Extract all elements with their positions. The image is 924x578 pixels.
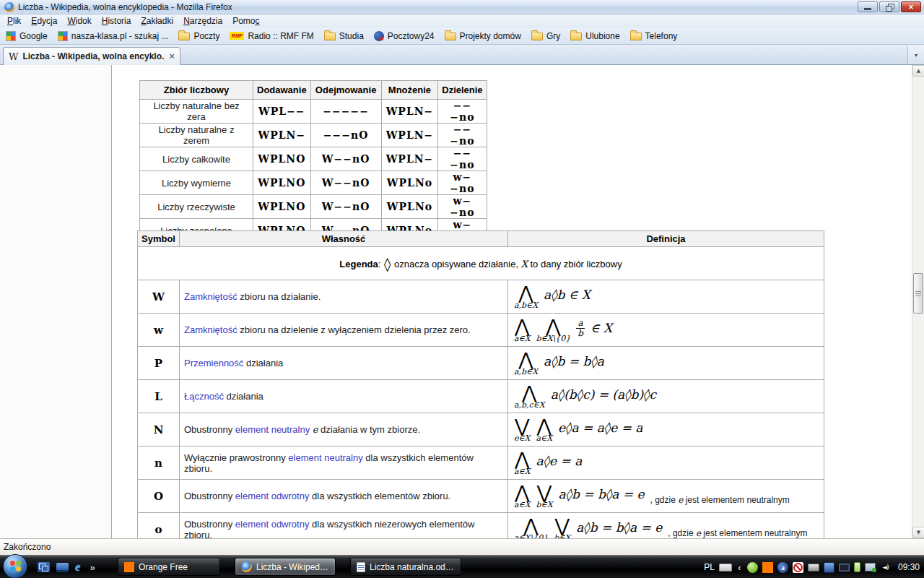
property-cell: Zamkniętość zbioru na dzielenie z wyłącz… <box>179 314 507 347</box>
row-label: Liczby naturalne z zerem <box>140 124 253 147</box>
overflow-chevron-icon[interactable]: » <box>90 562 95 573</box>
operator-subscript: a∈X <box>536 434 552 442</box>
vertical-scrollbar[interactable]: ▲ ▼ <box>912 65 924 538</box>
network-icon[interactable] <box>865 563 876 571</box>
taskbar-button-odt-liczba-naturalna[interactable]: Liczba naturalna.odt... <box>350 558 461 576</box>
status-bar: Zakończono <box>0 538 924 555</box>
restore-button[interactable] <box>879 1 899 12</box>
wiki-link[interactable]: element neutralny <box>235 424 310 435</box>
wiki-link[interactable]: Łączność <box>184 391 224 402</box>
symbol-cell: WPLNO <box>253 195 311 219</box>
bookmark-google[interactable]: Google <box>6 31 48 41</box>
scroll-up-button[interactable]: ▲ <box>912 65 924 77</box>
menu-item-widok[interactable]: Widok <box>62 15 96 27</box>
scrollbar-thumb[interactable] <box>913 273 923 314</box>
bookmark-pocztowy24[interactable]: Pocztowy24 <box>374 31 435 41</box>
bookmark-label: Projekty domów <box>460 31 521 41</box>
page-content: Zbiór liczbowyDodawanieOdejmowanieMnożen… <box>0 65 924 538</box>
taskbar-button-orange-free[interactable]: Orange Free <box>118 558 220 576</box>
wiki-link[interactable]: element neutralny <box>288 452 362 463</box>
wiki-link[interactable]: element odwrotny <box>235 519 310 530</box>
variable: X <box>521 259 528 269</box>
keyboard-icon[interactable] <box>719 564 732 571</box>
symbol-cell: −−−−− <box>310 100 381 124</box>
clock[interactable]: 09:30 <box>898 562 920 572</box>
internet-explorer-icon[interactable]: e <box>75 561 81 573</box>
close-icon: × <box>908 4 913 11</box>
bookmark-label: nasza-klasa.pl - szukaj ... <box>71 31 169 41</box>
show-desktop-icon[interactable] <box>56 563 69 572</box>
column-header: Dodawanie <box>253 81 311 100</box>
property-row: nWyłącznie prawostronny element neutraln… <box>138 447 824 480</box>
symbol-cell: −−−no <box>438 147 487 171</box>
symbol-cell: −−−nO <box>310 124 381 147</box>
power-plug-icon[interactable] <box>854 562 860 572</box>
table-header-row: SymbolWłasnośćDefinicja <box>138 231 824 247</box>
bookmark-gry[interactable]: Gry <box>531 31 560 41</box>
start-button[interactable] <box>3 554 27 578</box>
symbol-cell: O <box>138 480 180 513</box>
row-label: Liczby całkowite <box>140 147 253 171</box>
wiki-link[interactable]: Zamkniętość <box>184 291 237 302</box>
definition-cell: ⋀a,b,c∈Xa◊(b◊c) = (a◊b)◊c <box>507 380 824 413</box>
bookmark-label: Telefony <box>645 31 678 41</box>
green-app-icon[interactable] <box>747 562 758 573</box>
symbol-cell: w−−no <box>438 171 487 195</box>
menu-item-historia[interactable]: Historia <box>97 15 136 27</box>
operator-glyph: ⋀ <box>523 517 539 534</box>
minimize-button[interactable] <box>858 1 878 12</box>
orange-app-icon[interactable] <box>762 562 773 573</box>
docs-app-icon[interactable]: a <box>777 562 788 573</box>
row-label: Liczby naturalne bez zera <box>140 100 253 124</box>
bookmark-projekty-domow[interactable]: Projekty domów <box>445 31 521 41</box>
symbol-cell: WPL−− <box>253 100 311 124</box>
math-formula: ⋀a∈X⋁b∈Xa◊b = b◊a = e, gdzie e jest elem… <box>514 484 818 509</box>
expression: a◊(b◊c) = (a◊b)◊c <box>551 387 656 402</box>
math-formula: ⋀a,b∈Xa◊b = b◊a <box>514 351 818 376</box>
bookmark-nasza-klasa[interactable]: nasza-klasa.pl - szukaj ... <box>58 31 169 41</box>
display-icon[interactable] <box>839 564 850 571</box>
wiki-link[interactable]: Przemienność <box>184 358 243 368</box>
bookmark-telefony[interactable]: Telefony <box>630 31 678 41</box>
app-window-icon[interactable] <box>824 562 834 573</box>
big-operator: ⋀a,b∈X <box>514 285 538 309</box>
symbol-cell: −−−no <box>438 100 487 124</box>
volume-icon[interactable]: ◄) <box>880 562 891 573</box>
operator-subscript: a,b∈X <box>514 301 538 309</box>
menu-item-plik[interactable]: Plik <box>2 15 26 27</box>
printer-icon[interactable] <box>808 564 819 571</box>
switch-windows-icon[interactable] <box>38 562 50 572</box>
bookmark-label: Google <box>19 31 48 41</box>
wiki-link[interactable]: element odwrotny <box>235 491 310 501</box>
tab-close-icon[interactable]: × <box>169 52 175 61</box>
definition-cell: ⋀a∈X⋁b∈Xa◊b = b◊a = e, gdzie e jest elem… <box>507 480 824 513</box>
menu-item-narzedzia[interactable]: Narzędzia <box>178 15 227 27</box>
operator-subscript: a,b∈X <box>514 368 538 376</box>
operator-glyph: ⋁ <box>537 484 552 501</box>
taskbar-button-firefox-liczba[interactable]: Liczba - Wikipedia, ... <box>235 558 336 576</box>
expression: a◊e = a <box>536 454 583 468</box>
chevron-left-icon[interactable]: ‹ <box>736 562 743 573</box>
menu-item-edycja[interactable]: Edycja <box>26 15 62 27</box>
bookmark-rmf[interactable]: RMFRadio :: RMF FM <box>230 31 313 41</box>
tab-liczba-wikipedia[interactable]: W Liczba - Wikipedia, wolna encyklo... × <box>3 47 180 65</box>
operator-glyph: ⋁ <box>554 517 570 534</box>
operator-subscript: a∈X <box>514 501 531 509</box>
property-row: LŁączność działania⋀a,b,c∈Xa◊(b◊c) = (a◊… <box>138 380 824 413</box>
variable: e <box>313 424 318 435</box>
menu-item-zakladki[interactable]: Zakładki <box>136 15 178 27</box>
symbol-cell: L <box>138 380 180 413</box>
bookmark-poczty[interactable]: Poczty <box>178 31 219 41</box>
pocztowy-icon <box>374 31 384 41</box>
property-cell: Obustronny element neutralny e działania… <box>179 413 507 447</box>
bookmark-ulubione[interactable]: Ulubione <box>570 31 619 41</box>
blocked-app-icon[interactable] <box>793 562 803 573</box>
list-all-tabs-button[interactable]: ▾ <box>907 46 924 64</box>
wiki-link[interactable]: Zamkniętość <box>184 324 237 335</box>
scroll-down-button[interactable]: ▼ <box>912 527 924 538</box>
close-button[interactable]: × <box>901 1 921 12</box>
language-indicator[interactable]: PL <box>704 562 715 572</box>
bookmark-studia[interactable]: Studia <box>324 31 364 41</box>
orange-free-icon <box>124 562 134 572</box>
menu-item-pomoc[interactable]: Pomoc <box>227 15 264 27</box>
